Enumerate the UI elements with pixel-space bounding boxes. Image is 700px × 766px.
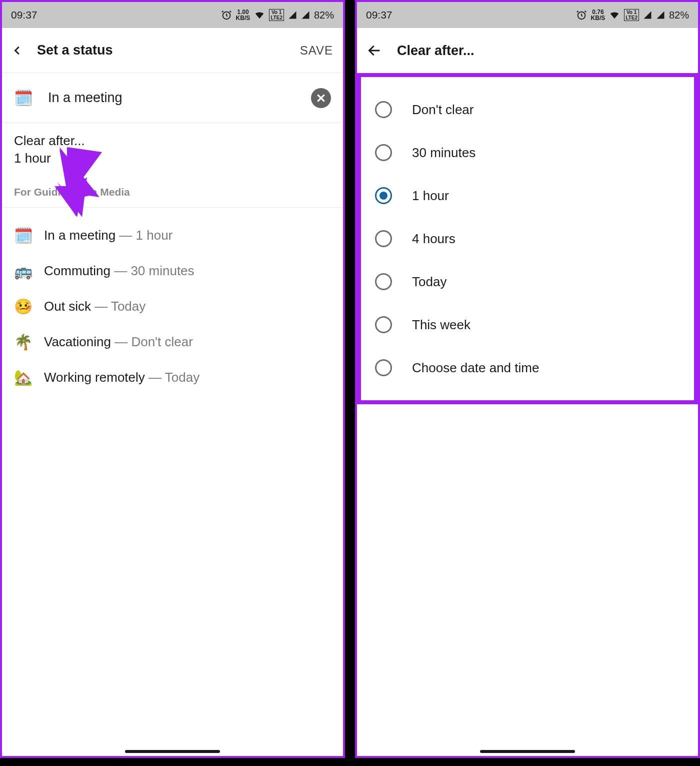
clear-after-value: 1 hour [14,151,331,166]
option-label: 30 minutes [412,145,476,161]
suggestion-item[interactable]: 🏡 Working remotely — Today [14,360,331,395]
option-this-week[interactable]: This week [361,303,694,346]
option-label: Choose date and time [412,360,539,376]
signal-icon-2 [656,11,665,20]
header: Set a status SAVE [2,28,343,73]
header: Clear after... [357,28,698,73]
signal-icon [288,11,297,20]
home-indicator[interactable] [480,750,575,753]
clear-after-options: Don't clear 30 minutes 1 hour 4 hours To… [357,73,698,404]
option-choose-date[interactable]: Choose date and time [361,346,694,389]
alarm-icon [576,10,587,21]
network-speed: 0.76 KB/S [591,9,606,21]
suggestion-duration: — Today [91,299,146,314]
suggestion-text: Vacationing [44,334,111,349]
suggestion-item[interactable]: 🤒 Out sick — Today [14,289,331,324]
lte-badge: Vo 1 LTE2 [624,9,639,21]
page-title: Set a status [37,43,300,58]
clear-after-label: Clear after... [14,133,331,149]
calendar-emoji: 🗓️ [14,227,31,244]
suggestion-duration: — Don't clear [111,334,193,349]
option-label: Don't clear [412,102,474,118]
statusbar: 09:37 1.00 KB/S Vo 1 LTE2 82% [2,2,343,28]
calendar-emoji: 🗓️ [14,89,31,107]
radio-icon [375,316,392,333]
option-dont-clear[interactable]: Don't clear [361,88,694,131]
suggestion-text: Working remotely [44,370,145,385]
status-icons: 0.76 KB/S Vo 1 LTE2 82% [576,9,689,21]
option-label: This week [412,317,470,333]
workspace-section-label: For GuidingTech Media [2,186,343,208]
radio-icon [375,230,392,247]
option-label: 1 hour [412,188,449,204]
suggestions-list: 🗓️ In a meeting — 1 hour 🚌 Commuting — 3… [2,208,343,405]
suggestion-duration: — 30 minutes [110,263,194,278]
suggestion-text: Out sick [44,299,91,314]
phone-right: 09:37 0.76 KB/S Vo 1 LTE2 82% Clear afte… [355,0,700,758]
bus-emoji: 🚌 [14,262,31,280]
wifi-icon [254,10,265,21]
clear-after-row[interactable]: Clear after... 1 hour [2,123,343,186]
radio-selected-icon [375,187,392,204]
option-30-minutes[interactable]: 30 minutes [361,131,694,174]
suggestion-text: Commuting [44,263,110,278]
status-input[interactable]: In a meeting [48,90,294,106]
phone-left: 09:37 1.00 KB/S Vo 1 LTE2 82% Set a stat… [0,0,345,758]
back-icon[interactable] [12,43,23,59]
wifi-icon [609,10,620,21]
option-label: Today [412,274,446,290]
current-status-row[interactable]: 🗓️ In a meeting [2,73,343,123]
battery-percent: 82% [669,10,689,21]
lte-badge: Vo 1 LTE2 [269,9,284,21]
option-today[interactable]: Today [361,260,694,303]
radio-icon [375,359,392,376]
suggestion-duration: — 1 hour [116,228,172,243]
option-1-hour[interactable]: 1 hour [361,174,694,217]
suggestion-item[interactable]: 🗓️ In a meeting — 1 hour [14,218,331,253]
statusbar: 09:37 0.76 KB/S Vo 1 LTE2 82% [357,2,698,28]
radio-icon [375,101,392,118]
status-time: 09:37 [11,9,38,21]
back-arrow-icon[interactable] [367,44,383,58]
palm-emoji: 🌴 [14,333,31,351]
network-speed: 1.00 KB/S [236,9,250,21]
alarm-icon [221,10,232,21]
status-time: 09:37 [366,9,392,21]
house-emoji: 🏡 [14,369,31,386]
battery-percent: 82% [314,10,334,21]
signal-icon-2 [301,11,310,20]
radio-icon [375,144,392,161]
save-button[interactable]: SAVE [300,44,333,58]
page-title: Clear after... [397,43,688,59]
option-label: 4 hours [412,231,456,247]
suggestion-item[interactable]: 🚌 Commuting — 30 minutes [14,253,331,289]
suggestion-text: In a meeting [44,228,116,243]
status-icons: 1.00 KB/S Vo 1 LTE2 82% [221,9,334,21]
home-indicator[interactable] [125,750,220,753]
clear-status-button[interactable] [311,88,331,108]
suggestion-duration: — Today [145,370,200,385]
suggestion-item[interactable]: 🌴 Vacationing — Don't clear [14,324,331,360]
option-4-hours[interactable]: 4 hours [361,217,694,260]
radio-icon [375,273,392,290]
signal-icon [643,11,652,20]
sick-emoji: 🤒 [14,298,31,315]
